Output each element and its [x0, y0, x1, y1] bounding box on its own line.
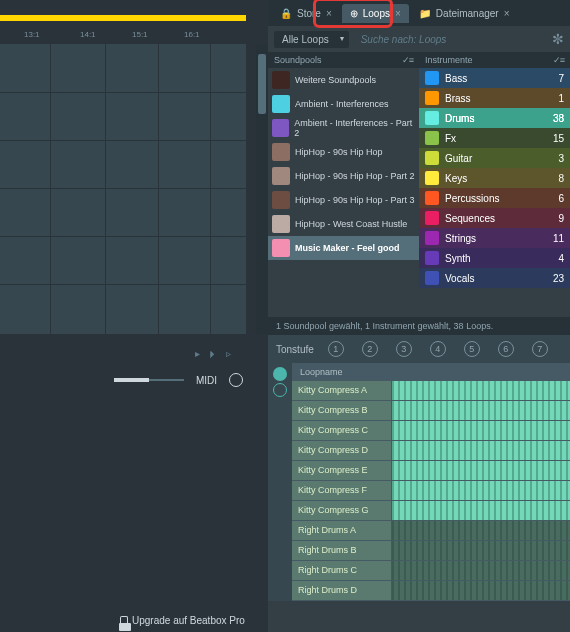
loop-row[interactable]: Kitty Compress E	[292, 461, 570, 481]
instrument-count: 8	[558, 173, 564, 184]
waveform[interactable]	[392, 381, 570, 400]
waveform[interactable]	[392, 441, 570, 460]
instrument-item[interactable]: Percussions6	[419, 188, 570, 208]
instrument-item[interactable]: Sequences9	[419, 208, 570, 228]
instrument-item[interactable]: Guitar3	[419, 148, 570, 168]
timeline-region[interactable]	[0, 15, 246, 21]
instrument-item[interactable]: Vocals23	[419, 268, 570, 288]
instrument-item[interactable]: Synth4	[419, 248, 570, 268]
tonstufe-step[interactable]: 4	[430, 341, 446, 357]
filter-row: Alle Loops Suche nach: Loops ✼	[268, 26, 570, 52]
soundpool-item[interactable]: HipHop - 90s Hip Hop	[268, 140, 419, 164]
soundpool-item[interactable]: Music Maker - Feel good	[268, 236, 419, 260]
tab-loops[interactable]: ⊕Loops×	[342, 4, 409, 23]
column-title: Instrumente	[425, 55, 473, 65]
soundpool-item[interactable]: HipHop - 90s Hip Hop - Part 3	[268, 188, 419, 212]
loop-row[interactable]: Kitty Compress F	[292, 481, 570, 501]
loop-row[interactable]: Kitty Compress C	[292, 421, 570, 441]
waveform[interactable]	[392, 421, 570, 440]
play-icon[interactable]: ▸	[195, 348, 200, 359]
instrument-label: Strings	[445, 233, 476, 244]
soundpool-item[interactable]: Ambient - Interferences	[268, 92, 419, 116]
tab-bar: 🔒Store×⊕Loops×📁Dateimanager×	[268, 0, 570, 26]
loop-row[interactable]: Kitty Compress D	[292, 441, 570, 461]
instrument-item[interactable]: Bass7	[419, 68, 570, 88]
lock-icon	[120, 616, 128, 626]
loop-row[interactable]: Kitty Compress G	[292, 501, 570, 521]
waveform[interactable]	[392, 521, 570, 540]
check-icon[interactable]: ✓≡	[553, 55, 564, 65]
play-icon[interactable]: ⏵	[208, 348, 218, 359]
zoom-slider[interactable]	[114, 379, 184, 381]
soundpool-label: HipHop - 90s Hip Hop	[295, 147, 383, 157]
loop-name: Kitty Compress G	[292, 501, 392, 520]
instrument-icon	[425, 111, 439, 125]
upgrade-link[interactable]: Upgrade auf Beatbox Pro	[120, 615, 245, 626]
tab-label: Dateimanager	[436, 8, 499, 19]
tonstufe-step[interactable]: 7	[532, 341, 548, 357]
waveform[interactable]	[392, 541, 570, 560]
waveform[interactable]	[392, 561, 570, 580]
soundpool-item[interactable]: HipHop - 90s Hip Hop - Part 2	[268, 164, 419, 188]
tab-icon: 📁	[419, 8, 431, 19]
waveform[interactable]	[392, 461, 570, 480]
instrument-item[interactable]: Strings11	[419, 228, 570, 248]
tonstufe-step[interactable]: 2	[362, 341, 378, 357]
instrument-icon	[425, 191, 439, 205]
waveform[interactable]	[392, 401, 570, 420]
timeline-ruler[interactable]: 13:1 14:1 15:1 16:1	[0, 24, 246, 42]
track-grid[interactable]	[0, 44, 246, 334]
waveform[interactable]	[392, 581, 570, 600]
instrument-count: 15	[553, 133, 564, 144]
search-icon[interactable]	[229, 373, 243, 387]
loop-row[interactable]: Kitty Compress B	[292, 401, 570, 421]
loop-name: Kitty Compress F	[292, 481, 392, 500]
instrument-icon	[425, 231, 439, 245]
tab-store[interactable]: 🔒Store×	[272, 4, 340, 23]
instrument-item[interactable]: Brass1	[419, 88, 570, 108]
soundpool-item[interactable]: HipHop - West Coast Hustle	[268, 212, 419, 236]
gear-icon[interactable]: ✼	[552, 31, 564, 47]
tonstufe-step[interactable]: 6	[498, 341, 514, 357]
play-icon[interactable]: ▹	[226, 348, 231, 359]
tab-dateimanager[interactable]: 📁Dateimanager×	[411, 4, 518, 23]
instrument-count: 9	[558, 213, 564, 224]
loop-row[interactable]: Right Drums B	[292, 541, 570, 561]
loop-row[interactable]: Kitty Compress A	[292, 381, 570, 401]
tab-icon: 🔒	[280, 8, 292, 19]
instrument-item[interactable]: Fx15	[419, 128, 570, 148]
soundpools-list: Weitere SoundpoolsAmbient - Interference…	[268, 68, 419, 260]
instruments-list: Bass7Brass1Drums38Fx15Guitar3Keys8Percus…	[419, 68, 570, 288]
thumbnail-icon	[272, 95, 290, 113]
loop-name: Kitty Compress A	[292, 381, 392, 400]
loop-row[interactable]: Right Drums C	[292, 561, 570, 581]
close-icon[interactable]: ×	[504, 8, 510, 19]
search-input[interactable]: Suche nach: Loops	[355, 34, 546, 45]
tab-label: Store	[297, 8, 321, 19]
instrument-icon	[425, 171, 439, 185]
thumbnail-icon	[272, 191, 290, 209]
waveform[interactable]	[392, 501, 570, 520]
soundpool-item[interactable]: Weitere Soundpools	[268, 68, 419, 92]
instrument-count: 1	[558, 93, 564, 104]
close-icon[interactable]: ×	[395, 8, 401, 19]
check-icon[interactable]: ✓≡	[402, 55, 413, 65]
loop-row[interactable]: Right Drums D	[292, 581, 570, 601]
soundpool-item[interactable]: Ambient - Interferences - Part 2	[268, 116, 419, 140]
instrument-item[interactable]: Drums38	[419, 108, 570, 128]
midi-label: MIDI	[196, 375, 217, 386]
vertical-scrollbar[interactable]	[256, 44, 268, 334]
instrument-count: 23	[553, 273, 564, 284]
loops-filter-dropdown[interactable]: Alle Loops	[274, 31, 349, 48]
close-icon[interactable]: ×	[326, 8, 332, 19]
link-icon[interactable]	[273, 383, 287, 397]
loop-row[interactable]: Right Drums A	[292, 521, 570, 541]
tonstufe-step[interactable]: 3	[396, 341, 412, 357]
link-icon[interactable]	[273, 367, 287, 381]
waveform[interactable]	[392, 481, 570, 500]
instrument-icon	[425, 151, 439, 165]
tonstufe-step[interactable]: 1	[328, 341, 344, 357]
tonstufe-step[interactable]: 5	[464, 341, 480, 357]
browser-panel: 🔒Store×⊕Loops×📁Dateimanager× Alle Loops …	[268, 0, 570, 632]
instrument-item[interactable]: Keys8	[419, 168, 570, 188]
